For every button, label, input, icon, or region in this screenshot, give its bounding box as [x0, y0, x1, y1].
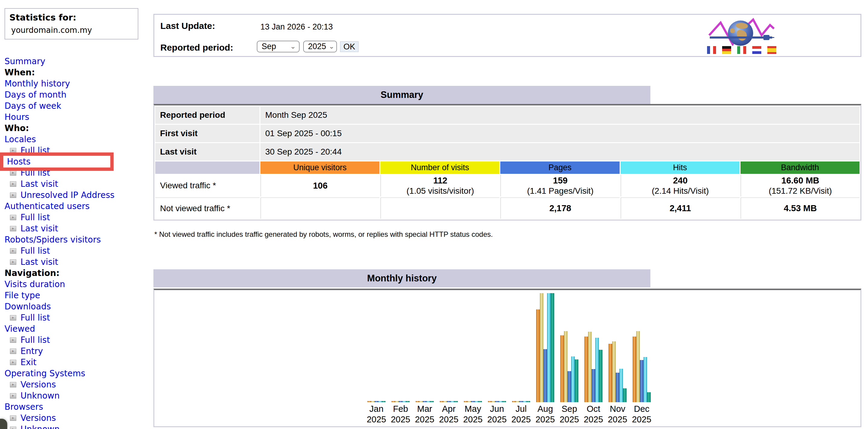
bar-unique-visitors [584, 336, 588, 402]
bar-number-of-visits [371, 401, 375, 402]
sidebar-item-authenticated-users[interactable]: Authenticated users [4, 201, 90, 211]
sidebar-item-monthly-history[interactable]: Monthly history [4, 79, 70, 89]
bar-pages [519, 401, 523, 402]
sidebar-row: Viewed [4, 323, 146, 334]
sidebar-item-unknown[interactable]: Unknown [21, 391, 60, 401]
bar-unique-visitors [392, 401, 395, 402]
sidebar-item-operating-systems[interactable]: Operating Systems [4, 368, 85, 378]
bar-number-of-visits [419, 401, 423, 402]
not-viewed-traffic-row: Not viewed traffic *2,1782,4114.53 MB [155, 197, 860, 219]
month-select[interactable]: Sep ⌄ [257, 41, 300, 53]
cell-sub-value: (2.14 Hits/Visit) [621, 186, 739, 196]
cell-main-value: 106 [261, 180, 379, 191]
sidebar-row: ▸Versions [4, 379, 146, 390]
bullet-icon: ▸ [10, 182, 16, 187]
sidebar-item-days-of-month[interactable]: Days of month [4, 90, 67, 100]
viewed-traffic-label: Viewed traffic * [155, 175, 259, 196]
not-viewed-traffic-cell: 4.53 MB [741, 197, 860, 219]
sidebar-item-full-list[interactable]: Full list [21, 313, 50, 323]
flag-stripe [743, 46, 746, 54]
sidebar-item-versions[interactable]: Versions [21, 413, 56, 423]
summary-info-label: First visit [155, 125, 259, 142]
bullet-icon: ▸ [10, 193, 16, 198]
month-select-value: Sep [261, 42, 276, 51]
ok-button[interactable]: OK [340, 41, 359, 52]
sidebar-item-browsers[interactable]: Browsers [4, 402, 43, 412]
sidebar-item-versions[interactable]: Versions [21, 380, 56, 390]
italy-flag[interactable] [737, 46, 746, 54]
bar-pages [423, 401, 427, 402]
sidebar-item-hosts[interactable]: Hosts [7, 157, 30, 167]
sidebar-row: ▸Unknown [4, 390, 146, 401]
monthly-history-title: Monthly history [153, 269, 650, 288]
sidebar-row: ▸Unknown [4, 424, 146, 429]
sidebar-item-downloads[interactable]: Downloads [4, 302, 51, 311]
flag-stripe [737, 46, 740, 54]
bullet-icon: ▸ [10, 248, 16, 254]
year-select[interactable]: 2025 ⌄ [303, 41, 337, 53]
sidebar-row: ▸Last visit [4, 256, 146, 267]
sidebar-item-file-type[interactable]: File type [4, 290, 40, 300]
sidebar-item-visits-duration[interactable]: Visits duration [4, 279, 65, 289]
summary-title: Summary [153, 86, 650, 104]
sidebar-item-locales[interactable]: Locales [4, 134, 36, 144]
bar-number-of-visits [492, 401, 495, 402]
bar-pages [616, 373, 619, 402]
sidebar-item-full-list[interactable]: Full list [21, 212, 50, 222]
bullet-icon: ▸ [10, 427, 16, 429]
sidebar-item-last-visit[interactable]: Last visit [21, 224, 58, 233]
chevron-down-icon: ⌄ [290, 43, 296, 50]
germany-flag[interactable] [722, 46, 731, 54]
flag-stripe [722, 49, 731, 52]
sidebar-item-summary[interactable]: Summary [4, 56, 45, 66]
bar-bandwidth-mb [551, 293, 554, 402]
not-viewed-traffic-label: Not viewed traffic * [155, 197, 259, 219]
not-viewed-traffic-cell: 2,178 [500, 197, 619, 219]
sidebar-item-viewed[interactable]: Viewed [4, 324, 35, 334]
netherlands-flag[interactable] [752, 46, 761, 54]
sidebar-row: Robots/Spiders visitors [4, 234, 146, 245]
sidebar-row: Days of month [4, 89, 146, 100]
sidebar-item-last-visit[interactable]: Last visit [21, 257, 58, 267]
column-header-bandwidth: Bandwidth [741, 162, 860, 174]
sidebar-row: Browsers [4, 401, 146, 412]
sidebar-item-full-list[interactable]: Full list [21, 335, 50, 345]
bar-unique-visitors [560, 335, 564, 402]
bar-number-of-visits [636, 331, 640, 402]
spain-flag[interactable] [767, 46, 776, 54]
sidebar-item-full-list[interactable]: Full list [21, 246, 50, 256]
bar-group-sep-2025 [560, 290, 578, 402]
bar-hits [571, 356, 575, 402]
bar-hits [427, 401, 430, 402]
flag-stripe [707, 46, 710, 54]
summary-table: Reported periodMonth Sep 2025First visit… [153, 104, 861, 221]
sidebar-row: Visits duration [4, 279, 146, 290]
bullet-icon: ▸ [10, 337, 16, 343]
sidebar-row: Monthly history [4, 78, 146, 89]
bar-hits [499, 401, 502, 402]
column-header-unique-visitors: Unique visitors [260, 162, 379, 174]
sidebar-item-exit[interactable]: Exit [21, 357, 36, 367]
sidebar-item-days-of-week[interactable]: Days of week [4, 101, 61, 111]
bar-bandwidth-mb [527, 401, 530, 402]
language-flags [707, 46, 776, 54]
bar-unique-visitors [609, 344, 612, 402]
sidebar-item-entry[interactable]: Entry [21, 346, 43, 356]
sidebar-item-last-visit[interactable]: Last visit [21, 179, 58, 189]
sidebar-item-robots-spiders-visitors[interactable]: Robots/Spiders visitors [4, 235, 101, 244]
sidebar-item-hours[interactable]: Hours [4, 112, 29, 122]
flag-stripe [767, 48, 776, 52]
bar-group-jun-2025 [488, 290, 506, 402]
sidebar-row: ▸Entry [4, 345, 146, 357]
flag-stripe [722, 46, 731, 49]
summary-info-value: 30 Sep 2025 - 20:44 [260, 143, 860, 161]
report-header-box: Last Update: 13 Jan 2026 - 20:13 Reporte… [153, 14, 861, 57]
viewed-traffic-row: Viewed traffic *106112(1.05 visits/visit… [155, 175, 860, 196]
sidebar-item-unresolved-ip-address[interactable]: Unresolved IP Address [21, 190, 115, 200]
hosts-annotation-box: Hosts [0, 153, 114, 171]
bar-pages [471, 401, 475, 402]
bar-group-aug-2025 [536, 290, 554, 402]
sidebar-item-unknown[interactable]: Unknown [21, 424, 60, 429]
sidebar-row: ▸Last visit [4, 178, 146, 190]
france-flag[interactable] [707, 46, 716, 54]
